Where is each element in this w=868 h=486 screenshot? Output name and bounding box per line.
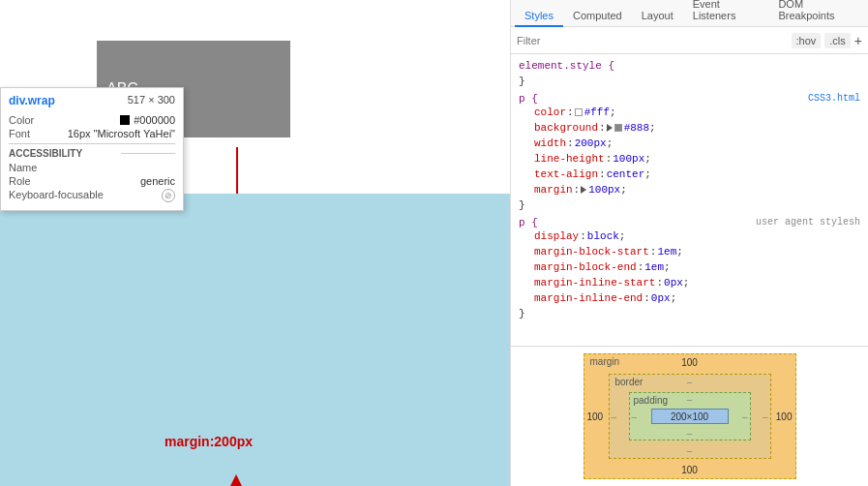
css-color-prop: color : #fff ; [511, 105, 868, 120]
color-swatch-black [120, 115, 130, 125]
prop-margin-block-end: margin-block-end [534, 259, 637, 275]
bm-content-size: 200×100 [671, 411, 708, 422]
keyboard-focusable-icon: ⊘ [162, 189, 175, 202]
tooltip-color-value: #000000 [120, 114, 175, 126]
tab-layout[interactable]: Layout [632, 6, 683, 27]
arrow-up-line [236, 482, 238, 486]
css-selector: element.style { [519, 58, 614, 74]
css-rule-p2: p { user agent stylesh display : block ;… [511, 217, 868, 321]
tooltip-font-label: Font [9, 128, 30, 139]
cls-button[interactable]: .cls [824, 33, 851, 48]
tab-dom-breakpoints[interactable]: DOM Breakpoints [768, 0, 864, 27]
tooltip-keyboard-label: Keyboard-focusable [9, 189, 104, 202]
prop-margin-inline-start: margin-inline-start [534, 275, 655, 290]
css-mbe-prop: margin-block-end : 1em ; [511, 259, 868, 275]
css-mbs-prop: margin-block-start : 1em ; [511, 244, 868, 259]
prop-margin-inline-end: margin-inline-end [534, 290, 643, 306]
bm-margin-top: 100 [681, 357, 698, 368]
browser-viewport: ABC margin:200px abc div.wrap 517 × 300 … [0, 0, 510, 486]
devtools-panel: Styles Computed Layout Event Listeners D… [510, 0, 868, 486]
filter-bar: :hov .cls + [511, 27, 868, 54]
add-rule-button[interactable]: + [854, 33, 862, 48]
bm-padding-bottom: – [687, 428, 693, 439]
bm-border-right: – [763, 411, 768, 422]
css-p-selector: p { [519, 93, 538, 105]
tab-event-listeners[interactable]: Event Listeners [683, 0, 769, 27]
devtools-tabs: Styles Computed Layout Event Listeners D… [511, 0, 868, 27]
filter-buttons: :hov .cls + [792, 33, 862, 48]
prop-display-value: block [587, 228, 619, 244]
margin-label: margin:200px [165, 434, 253, 449]
prop-color-value: #fff [575, 105, 610, 120]
tooltip-font-value: 16px "Microsoft YaHei" [68, 128, 175, 139]
bm-content: 200×100 [651, 409, 729, 424]
tab-computed[interactable]: Computed [563, 6, 632, 27]
bm-border-top: – [687, 377, 693, 387]
css-lineheight-prop: line-height : 100px ; [511, 151, 868, 167]
color-box-fff [575, 108, 583, 116]
tooltip-size: 517 × 300 [128, 94, 175, 111]
prop-background: background [534, 120, 598, 136]
bm-padding-top: – [687, 394, 693, 405]
bm-border-bottom: – [687, 445, 693, 456]
bm-margin-bottom: 100 [681, 465, 698, 475]
css-close-brace: } [511, 74, 868, 89]
prop-width: width [534, 136, 566, 151]
hov-button[interactable]: :hov [792, 33, 822, 48]
prop-line-height-value: 100px [613, 151, 644, 167]
prop-mie-value: 0px [651, 290, 671, 306]
bm-border-left: – [612, 411, 617, 422]
prop-line-height: line-height [534, 151, 605, 167]
bm-padding: padding – – – – 200×100 [629, 392, 751, 440]
prop-display: display [534, 228, 579, 244]
css-rule-p1: p { CSS3.html color : #fff ; background … [511, 93, 868, 213]
css-textalign-prop: text-align : center ; [511, 167, 868, 182]
prop-mbe-value: 1em [644, 259, 664, 275]
bm-margin-left: 100 [587, 411, 604, 422]
prop-width-value: 200px [575, 136, 607, 151]
css-selector-line: element.style { [511, 58, 868, 74]
box-model-diagram: margin 100 100 100 100 border – – – – pa… [584, 353, 796, 479]
bm-margin-right: 100 [776, 411, 793, 422]
css-rules-panel: element.style { } p { CSS3.html color : … [511, 54, 868, 346]
css-source-link[interactable]: CSS3.html [808, 93, 860, 105]
color-box-888 [614, 124, 622, 132]
prop-mbs-value: 1em [657, 244, 676, 259]
css-mie-prop: margin-inline-end : 0px ; [511, 290, 868, 306]
prop-text-align: text-align [534, 167, 598, 182]
prop-margin: margin [534, 182, 573, 197]
css-p2-close: } [511, 306, 868, 321]
tab-styles[interactable]: Styles [515, 6, 563, 27]
box-model-area: margin 100 100 100 100 border – – – – pa… [511, 346, 868, 486]
element-tooltip: div.wrap 517 × 300 Color #000000 Font 16… [0, 87, 184, 211]
css-margin-prop: margin : 100px ; [511, 182, 868, 197]
css-mis-prop: margin-inline-start : 0px ; [511, 275, 868, 290]
prop-mis-value: 0px [664, 275, 683, 290]
tooltip-color-label: Color [9, 114, 34, 126]
expand-arrow-icon[interactable] [607, 124, 613, 132]
css-rule-element-style: element.style { } [511, 58, 868, 89]
css-p1-close: } [511, 197, 868, 213]
prop-text-align-value: center [607, 167, 645, 182]
bm-padding-label: padding [634, 395, 669, 406]
tooltip-role-value: generic [140, 175, 175, 187]
bm-margin: margin 100 100 100 100 border – – – – pa… [584, 353, 796, 479]
tooltip-element-name: div.wrap [9, 94, 55, 107]
css-width-prop: width : 200px ; [511, 136, 868, 151]
prop-background-value: #888 [607, 120, 649, 136]
bm-padding-right: – [742, 411, 748, 422]
tooltip-divider [9, 143, 175, 144]
bm-border: border – – – – padding – – – – 200×1 [609, 374, 771, 459]
tooltip-role-label: Role [9, 175, 31, 187]
tooltip-name-label: Name [9, 162, 37, 173]
close-brace: } [519, 74, 525, 89]
prop-margin-block-start: margin-block-start [534, 244, 649, 259]
css-display-prop: display : block ; [511, 228, 868, 244]
bm-padding-left: – [632, 411, 638, 422]
accessibility-section-title: ACCESSIBILITY [9, 148, 175, 159]
tooltip-keyboard-value: ⊘ [162, 189, 175, 202]
bm-margin-label: margin [590, 356, 620, 367]
expand-margin-icon[interactable] [581, 186, 586, 194]
css-agent-source: user agent stylesh [756, 217, 860, 228]
filter-input[interactable] [517, 35, 792, 46]
